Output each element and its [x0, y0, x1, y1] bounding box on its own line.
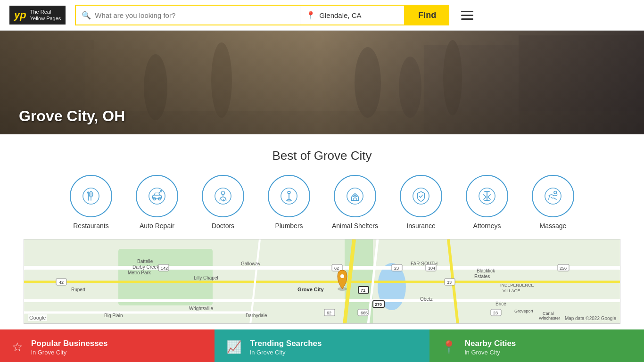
map-section: Battelle Darby Creek Metro Park Lilly Ch… — [0, 239, 644, 324]
card-nearby-cities[interactable]: 📍 Nearby Cities in Grove City — [429, 329, 644, 362]
svg-text:Wrightsville: Wrightsville — [189, 306, 213, 311]
card-nearby-text: Nearby Cities in Grove City — [465, 338, 516, 356]
map-container[interactable]: Battelle Darby Creek Metro Park Lilly Ch… — [24, 239, 620, 324]
card-popular-businesses[interactable]: ☆ Popular Businesses in Grove City — [0, 329, 215, 362]
category-animal-shelters-circle — [334, 175, 376, 217]
map-svg: Battelle Darby Creek Metro Park Lilly Ch… — [24, 239, 620, 323]
best-section: Best of Grove City Restaurants — [0, 134, 644, 239]
category-plumbers[interactable]: Plumbers — [261, 175, 317, 230]
svg-point-20 — [160, 190, 162, 192]
svg-point-32 — [355, 195, 357, 197]
svg-text:Battelle: Battelle — [137, 259, 153, 264]
insurance-icon — [412, 187, 430, 205]
svg-text:270: 270 — [375, 302, 382, 307]
location-input[interactable] — [319, 11, 398, 19]
category-restaurants-circle — [70, 175, 112, 217]
svg-text:Brice: Brice — [495, 301, 506, 306]
svg-point-30 — [347, 188, 363, 204]
location-icon: 📍 — [306, 11, 315, 20]
hamburger-menu[interactable] — [459, 8, 476, 22]
svg-text:Canal: Canal — [543, 311, 554, 316]
category-insurance[interactable]: Insurance — [393, 175, 449, 230]
svg-text:Blacklick: Blacklick — [477, 268, 495, 273]
category-insurance-circle — [400, 175, 442, 217]
svg-text:142: 142 — [161, 266, 168, 271]
card-popular-sub: in Grove City — [31, 349, 108, 356]
svg-text:Darby Creek: Darby Creek — [132, 264, 159, 270]
category-restaurants-label: Restaurants — [73, 222, 108, 230]
svg-text:23: 23 — [394, 266, 399, 271]
restaurants-icon — [82, 187, 100, 205]
category-restaurants[interactable]: Restaurants — [63, 175, 119, 230]
category-plumbers-circle — [268, 175, 310, 217]
svg-line-40 — [549, 196, 550, 200]
card-popular-title: Popular Businesses — [31, 338, 108, 349]
category-animal-shelters[interactable]: Animal Shelters — [327, 175, 383, 230]
svg-point-31 — [353, 195, 355, 197]
massage-icon — [544, 187, 562, 205]
svg-text:Groveport: Groveport — [514, 309, 534, 313]
logo-text: The Real Yellow Pages — [30, 8, 61, 22]
hamburger-line-1 — [461, 11, 473, 12]
popular-icon: ☆ — [12, 340, 23, 354]
svg-text:23: 23 — [493, 311, 498, 315]
search-input[interactable] — [95, 11, 294, 19]
category-doctors[interactable]: Doctors — [195, 175, 251, 230]
category-massage-circle — [532, 175, 574, 217]
category-insurance-label: Insurance — [406, 222, 435, 230]
best-section-title: Best of Grove City — [9, 148, 635, 163]
svg-point-98 — [340, 274, 344, 278]
svg-text:71: 71 — [361, 288, 365, 293]
category-massage-label: Massage — [540, 222, 567, 230]
svg-point-15 — [149, 188, 165, 204]
category-attorneys-label: Attorneys — [473, 222, 501, 230]
category-auto-repair-label: Auto Repair — [140, 222, 174, 230]
svg-text:Grove City: Grove City — [297, 287, 324, 292]
categories-grid: Restaurants Auto Repair — [9, 175, 635, 230]
search-icon: 🔍 — [82, 11, 91, 20]
header: yp The Real Yellow Pages 🔍 📍 Find — [0, 0, 644, 31]
svg-text:Lilly Chapel: Lilly Chapel — [194, 275, 218, 280]
svg-text:VILLAGE: VILLAGE — [503, 288, 520, 293]
svg-point-39 — [554, 191, 557, 194]
svg-text:62: 62 — [327, 311, 331, 315]
svg-text:256: 256 — [560, 266, 567, 271]
category-attorneys-circle — [466, 175, 508, 217]
card-trending-title: Trending Searches — [250, 338, 322, 349]
card-popular-text: Popular Businesses in Grove City — [31, 338, 108, 356]
card-nearby-title: Nearby Cities — [465, 338, 516, 349]
svg-text:INDEPENDENCE: INDEPENDENCE — [500, 283, 534, 288]
category-massage[interactable]: Massage — [525, 175, 581, 230]
svg-text:Galloway: Galloway — [241, 261, 260, 266]
auto-repair-icon — [148, 187, 166, 205]
svg-text:Estates: Estates — [474, 274, 490, 279]
card-nearby-sub: in Grove City — [465, 349, 516, 356]
logo[interactable]: yp The Real Yellow Pages — [9, 6, 66, 25]
map-google-label: Google — [28, 314, 47, 321]
category-doctors-label: Doctors — [212, 222, 234, 230]
card-trending-sub: in Grove City — [250, 349, 322, 356]
find-button[interactable]: Find — [405, 5, 449, 25]
card-trending-text: Trending Searches in Grove City — [250, 338, 322, 356]
category-plumbers-label: Plumbers — [275, 222, 303, 230]
doctors-icon — [214, 187, 232, 205]
svg-text:Big Plain: Big Plain — [104, 313, 123, 318]
hero-banner: Grove City, OH — [0, 31, 644, 134]
svg-text:104: 104 — [428, 266, 435, 271]
svg-rect-16 — [153, 195, 162, 199]
svg-text:Winchester: Winchester — [539, 316, 560, 321]
card-trending-searches[interactable]: 📈 Trending Searches in Grove City — [215, 329, 429, 362]
category-attorneys[interactable]: Attorneys — [459, 175, 515, 230]
svg-point-22 — [221, 191, 225, 195]
svg-rect-27 — [288, 192, 290, 194]
svg-text:665: 665 — [361, 311, 368, 315]
search-what-container: 🔍 — [76, 6, 300, 25]
category-animal-shelters-label: Animal Shelters — [332, 222, 378, 230]
category-auto-repair[interactable]: Auto Repair — [129, 175, 185, 230]
logo-yp: yp — [14, 9, 26, 21]
svg-text:33: 33 — [447, 280, 452, 285]
bottom-cards: ☆ Popular Businesses in Grove City 📈 Tre… — [0, 329, 644, 362]
hamburger-line-2 — [461, 15, 473, 16]
svg-text:Darbydale: Darbydale — [246, 313, 267, 318]
attorneys-icon — [478, 187, 496, 205]
